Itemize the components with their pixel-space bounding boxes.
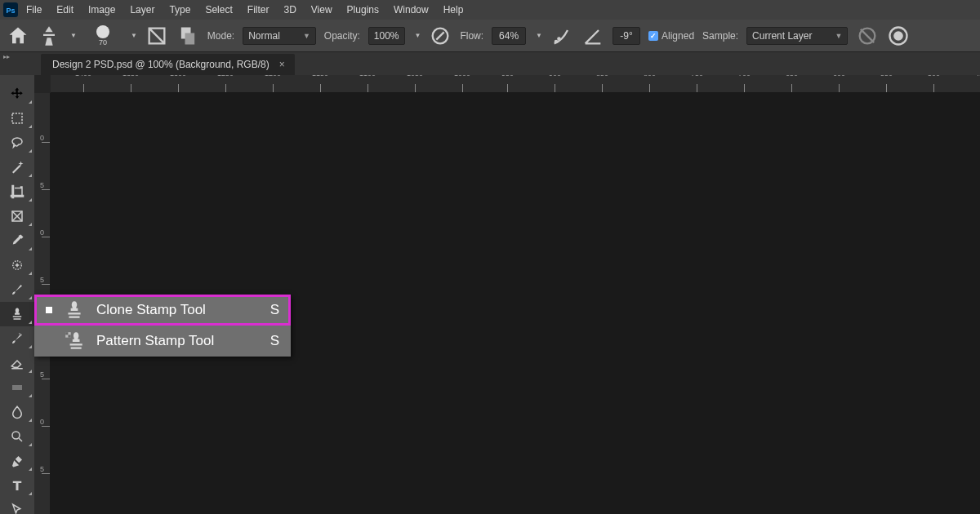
flyout-pattern-stamp[interactable]: Pattern Stamp Tool S <box>34 326 291 357</box>
tool-preset-picker[interactable] <box>38 24 60 47</box>
aligned-checkbox[interactable]: ✓ Aligned <box>648 30 694 42</box>
chevron-down-icon[interactable]: ▼ <box>131 32 137 39</box>
ruler-tick: 1200 <box>265 76 281 92</box>
flow-value[interactable]: 64% <box>492 27 526 45</box>
tool-magic-wand[interactable] <box>0 155 34 179</box>
ruler-tick: 1150 <box>312 76 328 92</box>
stamp-icon <box>64 299 85 321</box>
tool-frame[interactable] <box>0 204 34 228</box>
flyout-corner-icon <box>29 370 32 373</box>
sample-label: Sample: <box>702 30 738 42</box>
tool-dodge[interactable] <box>0 424 34 449</box>
tool-lasso[interactable] <box>0 131 34 155</box>
ruler-tick: 950 <box>501 76 514 92</box>
ruler-tick: 600 <box>833 76 845 92</box>
menu-layer[interactable]: Layer <box>130 4 154 16</box>
svg-text:Ps: Ps <box>6 7 15 15</box>
angle-value[interactable]: -9° <box>612 27 640 45</box>
ruler-tick: 1250 <box>217 76 234 92</box>
tool-gradient[interactable] <box>0 375 34 400</box>
chevron-down-icon[interactable]: ▼ <box>536 32 542 39</box>
svg-rect-11 <box>12 113 22 123</box>
pressure-size-button[interactable] <box>887 24 910 47</box>
doc-arrow-buttons[interactable]: ▸▸ <box>3 54 10 60</box>
stamp-tool-flyout: Clone Stamp Tool S Pattern Stamp Tool S <box>34 295 291 357</box>
flyout-corner-icon <box>29 419 32 422</box>
ruler-tick: 5 <box>34 465 50 474</box>
svg-point-6 <box>555 40 557 42</box>
ruler-tick: 0 <box>34 134 50 143</box>
airbrush-button[interactable] <box>550 24 573 47</box>
ruler-tick: 1350 <box>122 76 139 92</box>
angle-icon <box>581 24 604 47</box>
ruler-tick: 450 <box>975 76 980 92</box>
tool-marquee[interactable] <box>0 106 34 131</box>
ruler-tick: 0 <box>34 418 50 427</box>
flyout-corner-icon <box>29 321 32 324</box>
flyout-corner-icon <box>29 272 32 275</box>
document-tab[interactable]: Design 2 PSD.psd @ 100% (Background, RGB… <box>41 54 295 75</box>
flyout-corner-icon <box>29 247 32 250</box>
flyout-corner-icon <box>29 198 32 202</box>
document-tab-title: Design 2 PSD.psd @ 100% (Background, RGB… <box>52 59 270 70</box>
menu-image[interactable]: Image <box>88 4 115 16</box>
sample-select[interactable]: Current Layer ▼ <box>746 27 848 45</box>
chevron-down-icon: ▼ <box>303 32 310 40</box>
svg-point-7 <box>558 38 559 39</box>
ruler-tick: 900 <box>549 76 561 92</box>
tool-type[interactable] <box>0 473 34 498</box>
flyout-item-shortcut: S <box>270 333 279 349</box>
menu-type[interactable]: Type <box>169 4 190 16</box>
flyout-clone-stamp[interactable]: Clone Stamp Tool S <box>34 295 291 326</box>
brush-preview[interactable]: 70 <box>85 24 121 47</box>
tool-eyedropper[interactable] <box>0 228 34 253</box>
mode-select[interactable]: Normal ▼ <box>243 27 316 45</box>
flyout-corner-icon <box>29 394 32 397</box>
flyout-corner-icon <box>29 467 32 471</box>
menu-help[interactable]: Help <box>443 4 464 16</box>
tool-path-select[interactable] <box>0 498 34 514</box>
svg-rect-15 <box>12 385 22 390</box>
brush-panel-button[interactable] <box>145 24 168 47</box>
ruler-tick: 1100 <box>359 76 376 92</box>
flyout-corner-icon <box>29 443 32 446</box>
tool-blur[interactable] <box>0 400 34 424</box>
ignore-adjustments-button[interactable] <box>856 24 879 47</box>
menu-3d[interactable]: 3D <box>283 4 296 16</box>
close-tab-button[interactable]: × <box>279 59 285 70</box>
tool-move[interactable] <box>0 82 34 106</box>
mode-value: Normal <box>248 30 280 42</box>
flyout-item-label: Clone Stamp Tool <box>96 302 262 318</box>
tool-brush[interactable] <box>0 277 34 302</box>
tool-healing[interactable] <box>0 253 34 277</box>
opacity-value[interactable]: 100% <box>368 27 405 45</box>
ruler-tick: 5 <box>34 276 50 285</box>
ruler-tick: 750 <box>691 76 703 92</box>
home-button[interactable] <box>7 24 29 47</box>
chevron-down-icon[interactable]: ▼ <box>415 32 421 39</box>
ruler-tick: 0 <box>34 228 50 237</box>
svg-rect-4 <box>185 33 194 44</box>
clone-source-button[interactable] <box>176 24 199 47</box>
tool-bar <box>0 75 34 514</box>
menu-filter[interactable]: Filter <box>247 4 270 16</box>
tool-eraser[interactable] <box>0 351 34 375</box>
tool-stamp[interactable] <box>0 302 34 326</box>
pressure-opacity-button[interactable] <box>429 24 452 47</box>
ruler-tick: 1300 <box>170 76 186 92</box>
tool-history-brush[interactable] <box>0 326 34 351</box>
chevron-down-icon[interactable]: ▼ <box>70 32 77 39</box>
menu-plugins[interactable]: Plugins <box>347 4 379 16</box>
menu-file[interactable]: File <box>26 4 42 16</box>
svg-rect-19 <box>68 335 70 337</box>
menu-edit[interactable]: Edit <box>56 4 74 16</box>
flyout-corner-icon <box>29 223 32 226</box>
tool-pen[interactable] <box>0 449 34 473</box>
svg-point-10 <box>895 32 902 39</box>
sample-value: Current Layer <box>752 30 812 42</box>
tool-crop[interactable] <box>0 179 34 204</box>
menu-select[interactable]: Select <box>205 4 232 16</box>
menu-window[interactable]: Window <box>394 4 429 16</box>
bullet-icon <box>46 338 52 344</box>
menu-view[interactable]: View <box>311 4 332 16</box>
